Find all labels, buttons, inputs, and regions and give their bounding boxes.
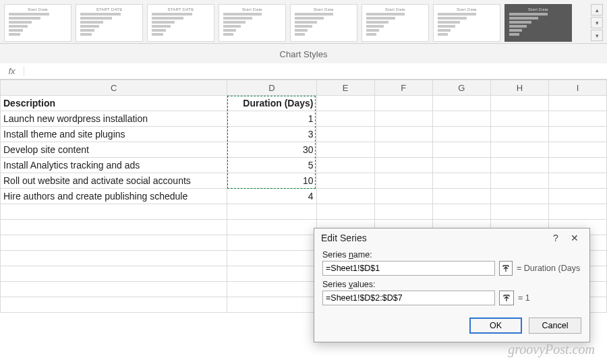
table-row: Launch new wordpress installation1 bbox=[1, 111, 607, 127]
help-icon[interactable]: ? bbox=[546, 233, 565, 243]
col-header-f[interactable]: F bbox=[374, 80, 432, 96]
series-name-label: Series name: bbox=[322, 250, 581, 260]
header-description[interactable]: Description bbox=[1, 96, 227, 111]
formula-bar: fx bbox=[0, 63, 607, 80]
series-name-input[interactable] bbox=[322, 261, 495, 276]
style-scroll-up[interactable]: ▴ bbox=[591, 4, 603, 16]
close-icon[interactable]: ✕ bbox=[565, 233, 584, 243]
table-row: Roll out website and activate social acc… bbox=[1, 173, 607, 189]
col-header-c[interactable]: C bbox=[1, 80, 227, 96]
cell-description[interactable]: Roll out website and activate social acc… bbox=[1, 173, 227, 189]
cell-description[interactable]: Develop site content bbox=[1, 142, 227, 158]
cell-description[interactable]: Install theme and site plugins bbox=[1, 127, 227, 142]
table-row: Install Analytics tracking and ads5 bbox=[1, 158, 607, 173]
formula-input[interactable] bbox=[24, 64, 607, 79]
edit-series-dialog: Edit Series ? ✕ Series name: = Duration … bbox=[314, 228, 590, 342]
dialog-title: Edit Series bbox=[321, 233, 546, 243]
series-values-range-picker-icon[interactable] bbox=[499, 291, 514, 305]
ribbon-section-label: Chart Styles bbox=[0, 44, 607, 63]
cell-duration[interactable]: 5 bbox=[227, 158, 316, 173]
col-header-e[interactable]: E bbox=[316, 80, 374, 96]
col-header-d[interactable]: D bbox=[227, 80, 316, 96]
chart-style-thumb-7[interactable]: Start Date bbox=[504, 4, 572, 42]
chart-style-thumb-5[interactable]: Start Date bbox=[362, 4, 429, 42]
series-values-label: Series values: bbox=[322, 280, 581, 289]
table-row: Develop site content30 bbox=[1, 142, 607, 158]
chart-style-thumb-1[interactable]: START DATE bbox=[76, 4, 143, 42]
watermark: groovyPost.com bbox=[508, 342, 595, 357]
cell-duration[interactable]: 10 bbox=[227, 173, 316, 189]
col-header-h[interactable]: H bbox=[490, 80, 548, 96]
col-header-g[interactable]: G bbox=[432, 80, 490, 96]
chart-style-thumb-6[interactable]: Start Date bbox=[433, 4, 500, 42]
chart-style-thumb-3[interactable]: Start Date bbox=[219, 4, 286, 42]
chart-style-thumb-0[interactable]: Start Date bbox=[4, 4, 71, 42]
cell-duration[interactable]: 1 bbox=[227, 111, 316, 127]
chart-style-thumb-2[interactable]: START DATE bbox=[147, 4, 214, 42]
cell-description[interactable]: Hire authors and create publishing sched… bbox=[1, 189, 227, 204]
style-gallery-expand[interactable]: ▾ bbox=[591, 30, 603, 41]
cell-description[interactable]: Launch new wordpress installation bbox=[1, 111, 227, 127]
cell-duration[interactable]: 30 bbox=[227, 142, 316, 158]
fx-icon[interactable]: fx bbox=[0, 66, 24, 76]
series-values-input[interactable] bbox=[322, 291, 495, 305]
style-scroll-down[interactable]: ▾ bbox=[591, 17, 603, 28]
col-header-i[interactable]: I bbox=[548, 80, 606, 96]
table-row: Hire authors and create publishing sched… bbox=[1, 189, 607, 204]
series-name-preview: = Duration (Days… bbox=[517, 264, 581, 273]
series-name-range-picker-icon[interactable] bbox=[499, 261, 513, 276]
cell-description[interactable]: Install Analytics tracking and ads bbox=[1, 158, 227, 173]
cell-duration[interactable]: 3 bbox=[227, 127, 316, 142]
table-row: Install theme and site plugins3 bbox=[1, 127, 607, 142]
chart-style-thumb-4[interactable]: Start Date bbox=[290, 4, 357, 42]
ok-button[interactable]: OK bbox=[469, 317, 522, 334]
cell-duration[interactable]: 4 bbox=[227, 189, 316, 204]
header-duration[interactable]: Duration (Days) bbox=[227, 96, 316, 111]
series-values-preview: = 1 bbox=[518, 293, 530, 303]
style-scroll: ▴ ▾ ▾ bbox=[591, 4, 603, 41]
cancel-button[interactable]: Cancel bbox=[529, 317, 581, 334]
chart-styles-ribbon: Start DateSTART DATESTART DATEStart Date… bbox=[0, 0, 607, 44]
